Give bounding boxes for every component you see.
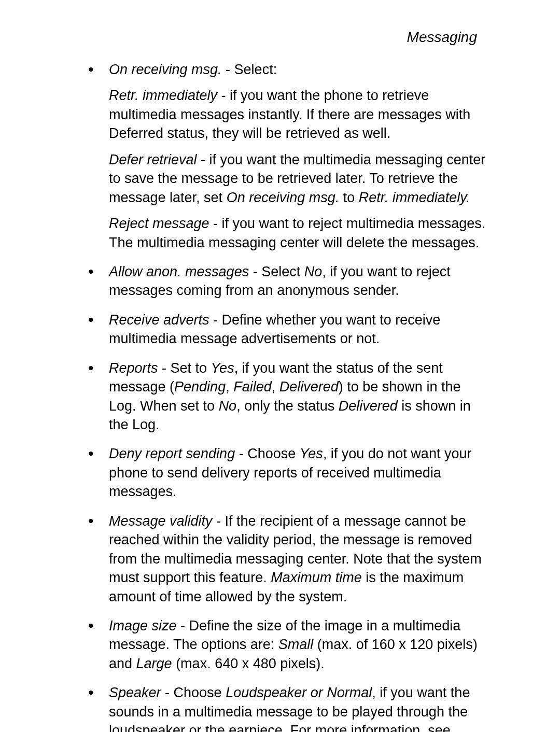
term: Pending xyxy=(174,379,226,395)
term: Message validity xyxy=(109,513,213,529)
term: Small xyxy=(278,637,314,652)
text: , only the status xyxy=(236,398,339,414)
sub-paragraph: Defer retrieval - if you want the multim… xyxy=(109,150,487,207)
term: Delivered xyxy=(339,398,398,414)
term: Delivered xyxy=(279,379,339,395)
term: Image size xyxy=(109,618,177,634)
list-item: Image size - Define the size of the imag… xyxy=(83,616,487,673)
list-item: Speaker - Choose Loudspeaker or Normal, … xyxy=(83,683,487,732)
term: Speaker xyxy=(109,685,161,700)
text: (max. 640 x 480 pixels). xyxy=(172,656,325,671)
text: - Set to xyxy=(158,360,211,376)
running-head: Messaging xyxy=(83,29,487,46)
term: Retr. immediately. xyxy=(359,190,470,205)
term: On receiving msg. xyxy=(227,190,340,205)
sub-paragraph: Retr. immediately - if you want the phon… xyxy=(109,86,487,143)
term: Yes xyxy=(211,360,234,376)
text: - Choose xyxy=(161,685,226,700)
term: Allow anon. messages xyxy=(109,264,249,279)
text: - Choose xyxy=(235,446,300,461)
document-page: Messaging On receiving msg. - Select: Re… xyxy=(0,0,560,732)
term: No xyxy=(219,398,237,414)
list-item: On receiving msg. - Select: Retr. immedi… xyxy=(83,60,487,252)
term: Receive adverts xyxy=(109,312,209,328)
list-item: Deny report sending - Choose Yes, if you… xyxy=(83,444,487,501)
text: , xyxy=(226,379,233,395)
term: Reject message xyxy=(109,216,209,231)
sub-paragraph: Reject message - if you want to reject m… xyxy=(109,214,487,252)
term: Failed xyxy=(233,379,272,395)
text: - Select: xyxy=(222,62,277,77)
term: Maximum time xyxy=(271,570,362,585)
term: Retr. immediately xyxy=(109,88,217,103)
list-item: Message validity - If the recipient of a… xyxy=(83,512,487,606)
term: On receiving msg. xyxy=(109,62,222,77)
term: Yes xyxy=(300,446,323,461)
term: Loudspeaker or Normal xyxy=(226,685,372,700)
text: - Select xyxy=(249,264,304,279)
text: to xyxy=(339,190,359,205)
term: Defer retrieval xyxy=(109,152,197,167)
bullet-list: On receiving msg. - Select: Retr. immedi… xyxy=(83,60,487,732)
list-item: Reports - Set to Yes, if you want the st… xyxy=(83,359,487,434)
list-item: Receive adverts - Define whether you wan… xyxy=(83,311,487,348)
term: Large xyxy=(136,656,172,671)
term: Reports xyxy=(109,360,158,376)
term: No xyxy=(304,264,323,279)
text: , xyxy=(272,379,279,395)
term: Deny report sending xyxy=(109,446,235,461)
list-item: Allow anon. messages - Select No, if you… xyxy=(83,262,487,300)
